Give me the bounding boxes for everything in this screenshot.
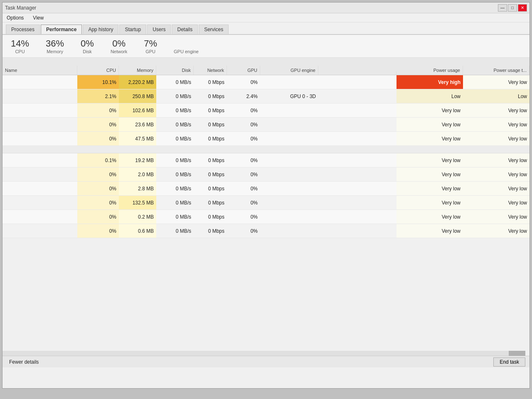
cell-disk: 0 MB/s	[156, 103, 194, 117]
cell-gpu: 2.4%	[227, 89, 260, 103]
cell-network: 0 Mbps	[194, 196, 227, 209]
cell-power-trend: Very low	[463, 153, 530, 167]
table-row[interactable]: 0%0.2 MB0 MB/s0 Mbps0%Very lowVery low	[2, 210, 530, 224]
scrollbar-thumb[interactable]	[509, 351, 525, 356]
maximize-button[interactable]: □	[508, 4, 517, 12]
disk-label: Disk	[83, 49, 91, 54]
task-manager-window: Task Manager — □ ✕ Options View Processe…	[2, 2, 530, 389]
cell-power-usage: Very low	[397, 210, 463, 224]
cell-name	[2, 118, 77, 131]
cell-cpu: 0%	[77, 132, 119, 145]
tab-performance[interactable]: Performance	[41, 25, 82, 34]
table-row[interactable]: 0.1%19.2 MB0 MB/s0 Mbps0%Very lowVery lo…	[2, 153, 530, 167]
network-value: 0%	[112, 38, 126, 49]
fewer-details-link[interactable]: Fewer details	[7, 358, 41, 366]
cell-disk: 0 MB/s	[156, 182, 194, 195]
cell-disk: 0 MB/s	[156, 153, 194, 167]
cell-power-trend: Very low	[463, 167, 530, 181]
col-cpu[interactable]: CPU	[77, 66, 119, 75]
tab-app-history[interactable]: App history	[83, 25, 118, 34]
cell-name	[2, 153, 77, 167]
cell-cpu: 0%	[77, 224, 119, 238]
cpu-label: CPU	[15, 49, 25, 54]
cell-spacer	[318, 103, 397, 117]
cell-gpu-engine	[260, 224, 318, 238]
table-row[interactable]: 2.1%250.8 MB0 MB/s0 Mbps2.4%GPU 0 - 3DLo…	[2, 89, 530, 103]
close-button[interactable]: ✕	[518, 4, 527, 12]
tab-services[interactable]: Services	[199, 25, 229, 34]
col-disk[interactable]: Disk	[156, 66, 194, 75]
title-bar: Task Manager — □ ✕	[2, 2, 530, 13]
cell-network: 0 Mbps	[194, 89, 227, 103]
cell-spacer	[318, 167, 397, 181]
cell-cpu: 0%	[77, 103, 119, 117]
process-group-spacer	[2, 146, 530, 153]
end-task-button[interactable]: End task	[493, 357, 525, 367]
content-area: Name CPU Memory Disk Network GPU GPU eng…	[2, 58, 530, 394]
cell-gpu-engine	[260, 132, 318, 145]
cell-power-trend: Very low	[463, 75, 530, 89]
cell-power-trend: Very low	[463, 103, 530, 117]
cell-name	[2, 196, 77, 209]
cell-gpu: 0%	[227, 182, 260, 195]
table-row[interactable]: 0%102.6 MB0 MB/s0 Mbps0%Very lowVery low	[2, 103, 530, 118]
gpu-label: GPU	[145, 49, 155, 54]
cell-gpu-engine	[260, 75, 318, 89]
cell-spacer	[318, 224, 397, 238]
tab-details[interactable]: Details	[172, 25, 198, 34]
menu-view[interactable]: View	[30, 14, 46, 22]
tab-startup[interactable]: Startup	[119, 25, 146, 34]
cell-network: 0 Mbps	[194, 153, 227, 167]
table-row[interactable]: 0%23.6 MB0 MB/s0 Mbps0%Very lowVery low	[2, 118, 530, 132]
table-row[interactable]: 0%2.0 MB0 MB/s0 Mbps0%Very lowVery low	[2, 167, 530, 182]
cell-memory: 19.2 MB	[119, 153, 156, 167]
col-power-trend[interactable]: Power usage t...	[463, 66, 530, 75]
col-memory[interactable]: Memory	[119, 66, 156, 75]
cell-gpu-engine	[260, 210, 318, 224]
cell-gpu: 0%	[227, 196, 260, 209]
table-row[interactable]: 0%47.5 MB0 MB/s0 Mbps0%Very lowVery low	[2, 132, 530, 146]
cell-gpu-engine	[260, 167, 318, 181]
table-row[interactable]: 0%132.5 MB0 MB/s0 Mbps0%Very lowVery low	[2, 196, 530, 210]
menu-options[interactable]: Options	[4, 14, 26, 22]
table-row[interactable]: 0%2.8 MB0 MB/s0 Mbps0%Very lowVery low	[2, 182, 530, 196]
cell-gpu-engine	[260, 103, 318, 117]
cell-network: 0 Mbps	[194, 182, 227, 195]
cell-cpu: 0%	[77, 210, 119, 224]
cell-network: 0 Mbps	[194, 75, 227, 89]
tab-processes[interactable]: Processes	[6, 25, 40, 34]
cell-spacer	[318, 132, 397, 145]
col-gpu[interactable]: GPU	[227, 66, 260, 75]
summary-bar: 14% CPU 36% Memory 0% Disk 0% Network 7%…	[2, 35, 530, 58]
cell-cpu: 10.1%	[77, 75, 119, 89]
cpu-value: 14%	[11, 38, 29, 49]
cell-disk: 0 MB/s	[156, 167, 194, 181]
summary-gpu: 7% GPU	[144, 38, 157, 54]
cell-gpu-engine	[260, 196, 318, 209]
table-row[interactable]: 10.1%2,220.2 MB0 MB/s0 Mbps0%Very highVe…	[2, 75, 530, 89]
tab-users[interactable]: Users	[147, 25, 171, 34]
minimize-button[interactable]: —	[498, 4, 507, 12]
bottom-bar: Fewer details End task	[2, 356, 530, 367]
summary-network: 0% Network	[111, 38, 127, 54]
cell-power-usage: Very low	[397, 196, 463, 209]
cell-spacer	[318, 75, 397, 89]
col-name[interactable]: Name	[2, 66, 77, 75]
cell-cpu: 0%	[77, 167, 119, 181]
cell-memory: 2.8 MB	[119, 182, 156, 195]
cell-memory: 2.0 MB	[119, 167, 156, 181]
cell-spacer	[318, 196, 397, 209]
cell-power-usage: Very low	[397, 132, 463, 145]
col-gpu-engine[interactable]: GPU engine	[260, 66, 318, 75]
cell-cpu: 2.1%	[77, 89, 119, 103]
cell-disk: 0 MB/s	[156, 75, 194, 89]
table-row[interactable]: 0%0.6 MB0 MB/s0 Mbps0%Very lowVery low	[2, 224, 530, 238]
horizontal-scrollbar[interactable]	[2, 351, 525, 356]
col-network[interactable]: Network	[194, 66, 227, 75]
cell-power-usage: Very low	[397, 103, 463, 117]
cell-name	[2, 132, 77, 145]
cell-cpu: 0%	[77, 196, 119, 209]
col-power-usage[interactable]: Power usage	[397, 66, 463, 75]
cell-gpu: 0%	[227, 167, 260, 181]
cell-power-usage: Very low	[397, 167, 463, 181]
